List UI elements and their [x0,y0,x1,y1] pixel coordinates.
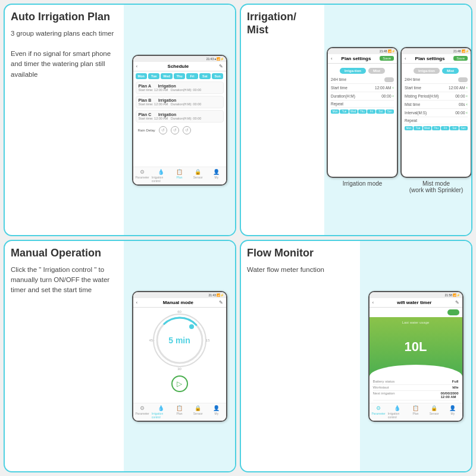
phone-header-flow: ‹ wifi water timer ✎ [369,298,462,308]
irrigation-icon-q1: 💧 [158,169,164,175]
quadrant-irrigation-mist: Irrigation/ Mist 21:48 📶⚡ ‹ Plan setting… [240,4,472,236]
nav-sensor-q1[interactable]: 🔒Sensor [189,167,207,184]
sensor-icon-flow: 🔒 [431,405,437,411]
day-sun[interactable]: Sun [212,73,223,79]
setting-start-irr[interactable]: Start time 12:00 AM ‹ [331,84,394,92]
setting-start-mist[interactable]: Start time 12:00 AM ‹ [405,84,468,92]
plan-b: Plan B Irrigation Start time: 12:00 AM D… [136,96,224,108]
plan-settings-body-mist: Irriga-tion Mist 24H time Start time 12:… [402,64,471,177]
setting-24h-irr: 24H time [331,76,394,84]
schedule-phone: 21:43 ♦ 📶⚡ ‹ Schedule ✎ Mon Tue Wed Thu … [132,55,227,186]
nav-sensor-flow[interactable]: 🔒Sensor [425,403,443,421]
phone-nav-flow: ⚙Parameter 💧Irrigation control 📋Plan 🔒Se… [369,403,462,421]
nav-irrigation-manual[interactable]: 💧Irrigation control [152,403,170,421]
nav-my-flow[interactable]: 👤My [443,403,462,421]
plan-settings-body-irr: Irriga-tion Mist 24H time Start time 12:… [328,64,397,177]
flow-monitor-title: Flow Monitor [247,247,354,260]
manual-mode-title: Manual mode [137,300,218,305]
day-mon[interactable]: Mon [136,73,147,79]
plan-icon-manual: 📋 [176,405,183,411]
flow-header-title: wifi water timer [374,300,455,305]
auto-irrigation-text: Auto Irrigation Plan 3 group watering pl… [5,5,124,235]
my-icon-manual: 👤 [213,405,220,411]
rain-circle-3[interactable]: ↺ [183,126,191,134]
mode-row-irr: Irriga-tion Mist [331,68,394,74]
nav-parameter-manual[interactable]: ⚙Parameter [133,403,152,421]
quadrant-flow-monitor: Flow Monitor Water flow meter function 2… [240,240,472,472]
irrigation-mode-btn-mist[interactable]: Irriga-tion [414,68,440,74]
irrigation-mode-btn[interactable]: Irriga-tion [340,68,366,74]
nav-irrigation-q1[interactable]: 💧Irrigation control [152,167,170,184]
edit-icon-manual[interactable]: ✎ [219,300,223,305]
setting-duration-irr[interactable]: Duration(H:M) 00:00 ‹ [331,92,394,101]
edit-icon-flow[interactable]: ✎ [455,300,459,305]
dial-container[interactable]: 60 15 30 45 · 5 min [153,314,206,367]
nav-plan-flow[interactable]: 📋Plan [406,403,425,421]
quadrant-auto-irrigation: Auto Irrigation Plan 3 group watering pl… [4,4,236,236]
toggle-24h-irr[interactable] [384,77,394,82]
irrigation-phone: 21:48 📶⚡ ‹ Plan settings Save Irriga-tio… [327,47,398,178]
setting-repeat-mist: Repeat [405,117,468,124]
day-fri[interactable]: Fri [186,73,198,79]
toggle-24h-mist[interactable] [458,77,468,82]
save-btn-mist[interactable]: Save [453,56,468,61]
day-sat[interactable]: Sat [199,73,211,79]
flow-toggle[interactable] [447,309,459,315]
parameter-icon-q1: ⚙ [140,169,145,175]
flow-monitor-desc: Water flow meter function [247,265,354,275]
nav-plan-q1[interactable]: 📋Plan [170,167,189,184]
flow-monitor-phones: 21:58 📶⚡ ‹ wifi water timer ✎ Last water… [360,241,471,471]
phone-status-manual: 21:43 📶⚡ [133,292,226,298]
save-btn-irr[interactable]: Save [380,56,394,61]
setting-mist-time[interactable]: Mist time 00s ‹ [405,101,468,109]
flow-value: 10L [405,339,427,355]
svg-point-2 [189,324,194,329]
setting-repeat-irr: Repeat [331,101,394,108]
nav-parameter-q1[interactable]: ⚙Parameter [133,167,152,184]
nav-parameter-flow[interactable]: ⚙Parameter [369,403,388,421]
mist-mode-btn[interactable]: Mist [442,68,459,74]
phone-status-mist: 21:48 📶⚡ [402,48,471,54]
stat-next-irrigation: Next irrigation 00/00/200012:00 AM [373,391,459,400]
manual-phones: 21:43 📶⚡ ‹ Manual mode ✎ 60 15 30 45 · [124,241,235,471]
my-icon-q1: 👤 [213,169,220,175]
dial-label-15: 15 [206,339,210,342]
rain-circle-2[interactable]: ↺ [171,126,179,134]
edit-icon-q1[interactable]: ✎ [219,64,223,69]
two-phones-row: 21:48 📶⚡ ‹ Plan settings Save Irriga-tio… [327,47,472,193]
small-day-row-irr: Mon Tue Wed Thu Fri Sat Sun [331,109,394,114]
irrigation-mist-phones: 21:48 📶⚡ ‹ Plan settings Save Irriga-tio… [324,5,472,235]
stat-workstatus: Workstaut Idle [373,385,459,391]
nav-plan-manual[interactable]: 📋Plan [170,403,189,421]
mist-phone: 21:48 📶⚡ ‹ Plan settings Save Irriga-tio… [400,47,472,178]
nav-irrigation-flow[interactable]: 💧Irrigation control [388,403,406,421]
day-wed[interactable]: Wed [161,73,172,79]
irrigation-icon-manual: 💧 [158,405,164,411]
flow-body: Last water usage 10L Battery status Full… [369,308,462,403]
day-tue[interactable]: Tue [148,73,159,79]
manual-body: 60 15 30 45 · 5 min ▷ [133,308,226,403]
sensor-icon-manual: 🔒 [195,405,201,411]
manual-text: Manual Operation Click the " Irrigation … [5,241,124,471]
phone-nav-q1: ⚙Parameter 💧Irrigation control 📋Plan 🔒Se… [133,167,226,184]
manual-title: Manual Operation [11,247,118,260]
day-thu[interactable]: Thu [174,73,185,79]
setting-interval[interactable]: Interval(M:S) 00:00 ‹ [405,109,468,117]
my-icon-flow: 👤 [449,405,456,411]
plan-icon-q1: 📋 [176,169,183,175]
rain-circle-1[interactable]: ↺ [159,126,167,134]
setting-misting-period[interactable]: Misting Period(H:M) 00:00 ‹ [405,92,468,101]
day-row-q1: Mon Tue Wed Thu Fri Sat Sun [136,73,224,79]
small-day-row-mist: Mon Tue Wed Thu Fri Sat Sun [405,126,468,130]
play-button[interactable]: ▷ [171,375,188,392]
nav-my-q1[interactable]: 👤My [207,167,226,184]
mode-row-mist: Irriga-tion Mist [405,68,468,74]
mist-phone-label: Mist mode(work with Sprinkler) [409,180,464,193]
irrigation-mist-title: Irrigation/ Mist [247,11,318,36]
nav-sensor-manual[interactable]: 🔒Sensor [189,403,207,421]
phone-header-manual: ‹ Manual mode ✎ [133,298,226,308]
phone-header-irr: ‹ Plan settings Save [328,54,397,64]
nav-my-manual[interactable]: 👤My [207,403,226,421]
parameter-icon-flow: ⚙ [376,405,381,411]
mist-mode-btn-irr[interactable]: Mist [368,68,385,74]
